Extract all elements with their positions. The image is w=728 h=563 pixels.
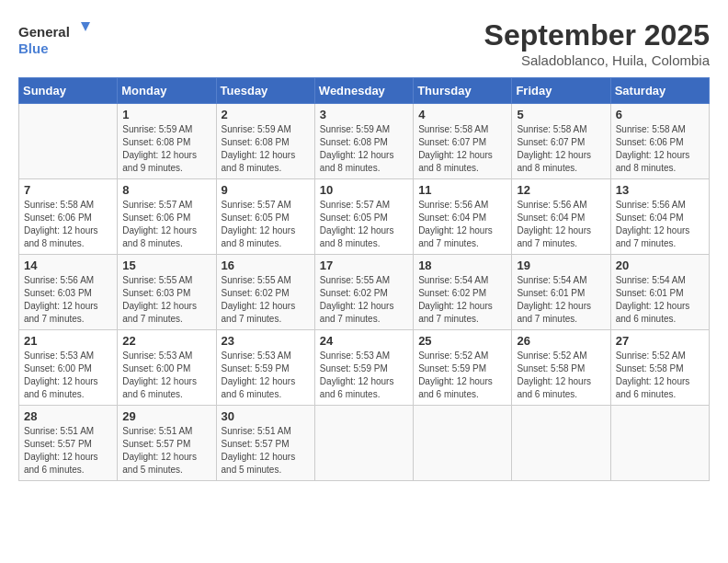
day-cell: 23Sunrise: 5:53 AMSunset: 5:59 PMDayligh… xyxy=(216,330,314,406)
day-number: 25 xyxy=(418,334,506,348)
week-row-1: 1Sunrise: 5:59 AMSunset: 6:08 PMDaylight… xyxy=(19,104,710,179)
day-number: 6 xyxy=(616,108,704,121)
calendar-table: SundayMondayTuesdayWednesdayThursdayFrid… xyxy=(18,77,710,481)
day-number: 8 xyxy=(122,183,210,197)
day-cell: 16Sunrise: 5:55 AMSunset: 6:02 PMDayligh… xyxy=(216,255,314,330)
day-cell: 14Sunrise: 5:56 AMSunset: 6:03 PMDayligh… xyxy=(19,255,118,330)
day-number: 21 xyxy=(24,334,112,348)
day-number: 4 xyxy=(418,108,506,121)
day-number: 15 xyxy=(122,259,210,272)
day-number: 3 xyxy=(320,108,408,121)
day-cell: 6Sunrise: 5:58 AMSunset: 6:06 PMDaylight… xyxy=(610,104,709,179)
month-title: September 2025 xyxy=(484,18,710,52)
day-header-sunday: Sunday xyxy=(19,78,118,104)
day-header-tuesday: Tuesday xyxy=(216,78,314,104)
day-info: Sunrise: 5:56 AMSunset: 6:04 PMDaylight:… xyxy=(418,199,506,250)
day-number: 23 xyxy=(222,334,310,348)
day-number: 12 xyxy=(517,183,605,197)
day-info: Sunrise: 5:53 AMSunset: 5:59 PMDaylight:… xyxy=(222,350,310,401)
day-info: Sunrise: 5:58 AMSunset: 6:07 PMDaylight:… xyxy=(517,123,605,175)
day-info: Sunrise: 5:52 AMSunset: 5:59 PMDaylight:… xyxy=(418,350,506,401)
day-cell: 11Sunrise: 5:56 AMSunset: 6:04 PMDayligh… xyxy=(414,179,512,255)
day-cell: 21Sunrise: 5:53 AMSunset: 6:00 PMDayligh… xyxy=(19,330,118,406)
day-info: Sunrise: 5:59 AMSunset: 6:08 PMDaylight:… xyxy=(320,123,408,175)
day-cell xyxy=(414,406,512,481)
day-info: Sunrise: 5:58 AMSunset: 6:06 PMDaylight:… xyxy=(616,123,704,175)
day-info: Sunrise: 5:54 AMSunset: 6:02 PMDaylight:… xyxy=(418,274,506,326)
day-cell: 7Sunrise: 5:58 AMSunset: 6:06 PMDaylight… xyxy=(19,179,118,255)
logo: General Blue xyxy=(18,18,92,59)
day-number: 1 xyxy=(122,108,210,121)
day-info: Sunrise: 5:55 AMSunset: 6:03 PMDaylight:… xyxy=(122,274,210,326)
day-info: Sunrise: 5:51 AMSunset: 5:57 PMDaylight:… xyxy=(222,425,310,477)
svg-text:Blue: Blue xyxy=(18,40,49,56)
day-number: 2 xyxy=(222,108,310,121)
day-info: Sunrise: 5:51 AMSunset: 5:57 PMDaylight:… xyxy=(122,425,210,477)
day-number: 30 xyxy=(222,409,310,423)
day-number: 26 xyxy=(517,334,605,348)
day-number: 10 xyxy=(320,183,408,197)
day-number: 19 xyxy=(517,259,605,272)
day-header-saturday: Saturday xyxy=(610,78,709,104)
day-number: 5 xyxy=(517,108,605,121)
day-cell xyxy=(512,406,610,481)
day-cell: 4Sunrise: 5:58 AMSunset: 6:07 PMDaylight… xyxy=(414,104,512,179)
day-cell: 9Sunrise: 5:57 AMSunset: 6:05 PMDaylight… xyxy=(216,179,314,255)
day-info: Sunrise: 5:57 AMSunset: 6:05 PMDaylight:… xyxy=(320,199,408,250)
title-area: September 2025 Saladoblanco, Huila, Colo… xyxy=(484,18,710,68)
day-cell: 29Sunrise: 5:51 AMSunset: 5:57 PMDayligh… xyxy=(118,406,216,481)
day-cell: 3Sunrise: 5:59 AMSunset: 6:08 PMDaylight… xyxy=(314,104,413,179)
day-cell: 25Sunrise: 5:52 AMSunset: 5:59 PMDayligh… xyxy=(414,330,512,406)
week-row-3: 14Sunrise: 5:56 AMSunset: 6:03 PMDayligh… xyxy=(19,255,710,330)
day-info: Sunrise: 5:56 AMSunset: 6:04 PMDaylight:… xyxy=(517,199,605,250)
day-number: 13 xyxy=(616,183,704,197)
day-number: 28 xyxy=(24,409,112,423)
day-cell: 5Sunrise: 5:58 AMSunset: 6:07 PMDaylight… xyxy=(512,104,610,179)
day-number: 18 xyxy=(418,259,506,272)
day-info: Sunrise: 5:53 AMSunset: 6:00 PMDaylight:… xyxy=(122,350,210,401)
day-info: Sunrise: 5:51 AMSunset: 5:57 PMDaylight:… xyxy=(24,425,112,477)
day-cell: 10Sunrise: 5:57 AMSunset: 6:05 PMDayligh… xyxy=(314,179,413,255)
day-cell: 28Sunrise: 5:51 AMSunset: 5:57 PMDayligh… xyxy=(19,406,118,481)
day-header-thursday: Thursday xyxy=(414,78,512,104)
day-info: Sunrise: 5:52 AMSunset: 5:58 PMDaylight:… xyxy=(517,350,605,401)
day-info: Sunrise: 5:54 AMSunset: 6:01 PMDaylight:… xyxy=(517,274,605,326)
day-cell xyxy=(610,406,709,481)
day-info: Sunrise: 5:58 AMSunset: 6:06 PMDaylight:… xyxy=(24,199,112,250)
day-number: 17 xyxy=(320,259,408,272)
day-info: Sunrise: 5:53 AMSunset: 5:59 PMDaylight:… xyxy=(320,350,408,401)
day-header-wednesday: Wednesday xyxy=(314,78,413,104)
svg-marker-2 xyxy=(81,22,90,31)
day-info: Sunrise: 5:56 AMSunset: 6:03 PMDaylight:… xyxy=(24,274,112,326)
days-header-row: SundayMondayTuesdayWednesdayThursdayFrid… xyxy=(19,78,710,104)
week-row-4: 21Sunrise: 5:53 AMSunset: 6:00 PMDayligh… xyxy=(19,330,710,406)
day-number: 9 xyxy=(222,183,310,197)
day-info: Sunrise: 5:57 AMSunset: 6:06 PMDaylight:… xyxy=(122,199,210,250)
day-cell: 17Sunrise: 5:55 AMSunset: 6:02 PMDayligh… xyxy=(314,255,413,330)
day-info: Sunrise: 5:54 AMSunset: 6:01 PMDaylight:… xyxy=(616,274,704,326)
day-info: Sunrise: 5:55 AMSunset: 6:02 PMDaylight:… xyxy=(320,274,408,326)
day-number: 20 xyxy=(616,259,704,272)
day-cell: 1Sunrise: 5:59 AMSunset: 6:08 PMDaylight… xyxy=(118,104,216,179)
day-cell: 20Sunrise: 5:54 AMSunset: 6:01 PMDayligh… xyxy=(610,255,709,330)
day-number: 16 xyxy=(222,259,310,272)
day-cell: 15Sunrise: 5:55 AMSunset: 6:03 PMDayligh… xyxy=(118,255,216,330)
day-cell: 12Sunrise: 5:56 AMSunset: 6:04 PMDayligh… xyxy=(512,179,610,255)
day-cell: 30Sunrise: 5:51 AMSunset: 5:57 PMDayligh… xyxy=(216,406,314,481)
day-number: 29 xyxy=(122,409,210,423)
day-cell xyxy=(314,406,413,481)
day-cell: 24Sunrise: 5:53 AMSunset: 5:59 PMDayligh… xyxy=(314,330,413,406)
day-info: Sunrise: 5:55 AMSunset: 6:02 PMDaylight:… xyxy=(222,274,310,326)
day-cell: 19Sunrise: 5:54 AMSunset: 6:01 PMDayligh… xyxy=(512,255,610,330)
location-subtitle: Saladoblanco, Huila, Colombia xyxy=(484,52,710,68)
day-number: 11 xyxy=(418,183,506,197)
day-number: 7 xyxy=(24,183,112,197)
day-info: Sunrise: 5:59 AMSunset: 6:08 PMDaylight:… xyxy=(122,123,210,175)
week-row-5: 28Sunrise: 5:51 AMSunset: 5:57 PMDayligh… xyxy=(19,406,710,481)
day-cell: 26Sunrise: 5:52 AMSunset: 5:58 PMDayligh… xyxy=(512,330,610,406)
day-cell: 27Sunrise: 5:52 AMSunset: 5:58 PMDayligh… xyxy=(610,330,709,406)
day-number: 14 xyxy=(24,259,112,272)
day-header-friday: Friday xyxy=(512,78,610,104)
day-cell: 13Sunrise: 5:56 AMSunset: 6:04 PMDayligh… xyxy=(610,179,709,255)
day-info: Sunrise: 5:52 AMSunset: 5:58 PMDaylight:… xyxy=(616,350,704,401)
